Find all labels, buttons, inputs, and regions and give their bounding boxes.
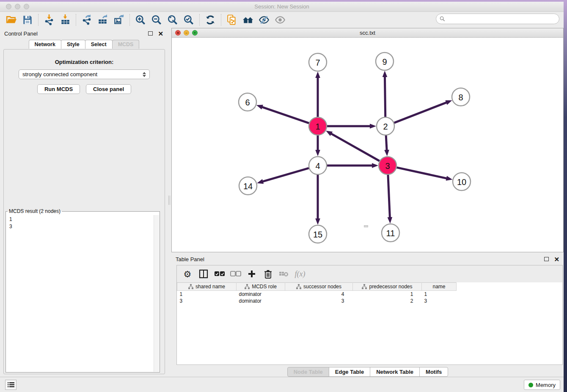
network-minimize-button[interactable]: −	[184, 30, 189, 36]
tab-motifs[interactable]: Motifs	[419, 367, 448, 377]
column-header-predecessor-nodes[interactable]: predecessor nodes	[353, 283, 422, 291]
import-network-button[interactable]	[41, 13, 57, 27]
close-panel-button[interactable]: Close panel	[86, 84, 131, 94]
column-header-name[interactable]: name	[422, 283, 457, 291]
search-field[interactable]	[436, 14, 559, 24]
graph-edge-2-8[interactable]	[394, 102, 447, 123]
open-session-button[interactable]	[3, 13, 19, 27]
table-row[interactable]: 1dominator411	[177, 291, 457, 298]
attribute-type-icon	[245, 284, 250, 289]
close-table-panel-icon[interactable]: ✕	[554, 256, 559, 262]
result-scrollbar[interactable]	[154, 215, 159, 372]
table-cell[interactable]: dominator	[237, 291, 285, 298]
tab-select[interactable]: Select	[85, 40, 113, 49]
graph-edge-1-6[interactable]	[261, 107, 309, 123]
graph-edge-3-10[interactable]	[396, 168, 447, 179]
table-cell[interactable]: 3	[177, 298, 237, 304]
horizontal-splitter-grip[interactable]	[364, 225, 368, 227]
eye-icon	[275, 14, 286, 25]
export-image-button[interactable]	[111, 13, 127, 27]
create-column-button[interactable]	[245, 268, 259, 280]
tab-style[interactable]: Style	[61, 40, 85, 49]
save-session-button[interactable]	[19, 13, 36, 27]
zoom-fit-button[interactable]	[165, 13, 181, 27]
import-network-icon	[44, 14, 55, 25]
table-cell[interactable]: 4	[285, 291, 353, 298]
float-table-panel-icon[interactable]	[544, 257, 549, 261]
tab-mcds[interactable]: MCDS	[112, 40, 140, 49]
graph-node-label-2: 2	[383, 122, 388, 131]
hide-selected-button[interactable]	[256, 13, 272, 27]
table-cell[interactable]: 2	[353, 298, 422, 304]
zoom-fit-icon	[167, 14, 178, 25]
application-window: Session: New Session	[0, 2, 564, 392]
window-close-button[interactable]	[6, 4, 11, 9]
table-cell[interactable]: dominator	[237, 298, 285, 304]
window-title: Session: New Session	[254, 3, 309, 10]
welcome-screen-button[interactable]	[240, 13, 256, 27]
graph-edge-2-9[interactable]	[385, 76, 385, 117]
tab-edge-table[interactable]: Edge Table	[329, 367, 370, 377]
run-mcds-button[interactable]: Run MCDS	[37, 84, 80, 94]
mcds-result-title: MCDS result (2 nodes)	[8, 208, 62, 214]
zoom-in-button[interactable]	[132, 13, 149, 27]
export-network-button[interactable]	[79, 13, 95, 27]
delete-column-button[interactable]	[261, 268, 275, 280]
optimization-criterion-select[interactable]: strongly connected component	[19, 69, 150, 79]
graph-node-label-4: 4	[315, 161, 320, 171]
trash-icon	[264, 270, 272, 279]
zoom-selected-button[interactable]	[181, 13, 197, 27]
network-maximize-button[interactable]: +	[192, 30, 198, 36]
network-close-button[interactable]: ✕	[175, 30, 181, 36]
graph-edge-4-14[interactable]	[262, 168, 309, 182]
show-all-button[interactable]	[272, 13, 288, 27]
table-row[interactable]: 3dominator323	[177, 298, 457, 304]
tab-network-table[interactable]: Network Table	[370, 367, 420, 377]
graph-edge-arrowhead	[445, 100, 452, 105]
graph-edge-2-3[interactable]	[386, 135, 387, 151]
apply-layout-button[interactable]	[202, 13, 218, 27]
show-columns-button[interactable]	[196, 268, 211, 280]
zoom-out-button[interactable]	[149, 13, 165, 27]
export-network-icon	[81, 14, 92, 25]
delete-table-icon	[279, 271, 289, 277]
node-table-area[interactable]: shared nameMCDS rolesuccessor nodesprede…	[177, 282, 562, 364]
export-table-button[interactable]	[95, 13, 111, 27]
float-panel-icon[interactable]	[148, 31, 153, 36]
toolbar-separator	[129, 14, 130, 26]
graph-edge-arrowhead	[372, 163, 378, 168]
column-header-MCDS-role[interactable]: MCDS role	[237, 283, 285, 291]
new-network-from-selection-button[interactable]	[224, 13, 240, 27]
close-panel-icon[interactable]: ✕	[158, 30, 163, 37]
network-window-titlebar[interactable]: ✕ − + scc.txt	[172, 28, 563, 38]
table-cell[interactable]: 1	[353, 291, 422, 298]
delete-table-button[interactable]	[277, 268, 291, 280]
table-settings-button[interactable]: ⚙	[180, 268, 195, 280]
refresh-icon	[205, 14, 216, 25]
table-cell[interactable]: 1	[422, 291, 457, 298]
memory-button[interactable]: Memory	[524, 380, 560, 390]
graph-edge-3-1[interactable]	[330, 133, 379, 161]
column-header-shared-name[interactable]: shared name	[177, 283, 237, 291]
mcds-result-list[interactable]: 13	[6, 215, 154, 372]
table-panel: Table Panel ✕ ⚙	[171, 254, 564, 378]
panel-selector-button[interactable]	[5, 380, 17, 390]
status-bar: Memory	[0, 377, 564, 392]
graph-node-label-10: 10	[457, 177, 466, 187]
window-zoom-button[interactable]	[24, 4, 29, 9]
network-canvas[interactable]: 7968124314101511	[172, 38, 563, 252]
table-cell[interactable]: 1	[177, 291, 237, 298]
vertical-splitter[interactable]	[168, 27, 171, 378]
deselect-all-rows-button[interactable]	[228, 268, 243, 280]
tab-network[interactable]: Network	[29, 40, 61, 49]
column-header-successor-nodes[interactable]: successor nodes	[285, 283, 353, 291]
table-cell[interactable]: 3	[285, 298, 353, 304]
window-minimize-button[interactable]	[15, 4, 20, 9]
function-builder-button[interactable]: f(x)	[293, 268, 307, 280]
tab-node-table[interactable]: Node Table	[287, 367, 329, 377]
select-all-rows-button[interactable]	[212, 268, 227, 280]
import-table-button[interactable]	[57, 13, 73, 27]
search-input[interactable]	[447, 16, 559, 22]
graph-edge-3-11[interactable]	[388, 175, 390, 218]
table-cell[interactable]: 3	[422, 298, 457, 304]
